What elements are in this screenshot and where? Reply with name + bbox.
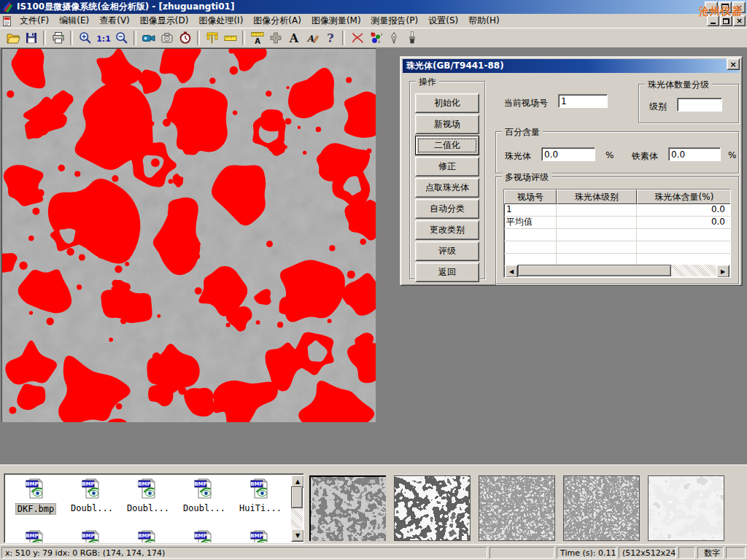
menu-item-1[interactable]: 文件(F)	[15, 13, 54, 28]
grid-cross-button[interactable]	[266, 29, 285, 47]
table-column-header[interactable]: 珠光体级别	[557, 190, 637, 204]
file-item-partial[interactable]: BMP	[177, 529, 231, 543]
current-field-input[interactable]	[558, 94, 608, 108]
zoom-out-button[interactable]	[112, 29, 131, 47]
zoom-in-icon	[78, 31, 93, 45]
file-item[interactable]: BMPHuiTi...	[233, 478, 287, 513]
scrollbar-thumb[interactable]	[291, 486, 303, 508]
menu-item-2[interactable]: 编辑(E)	[54, 13, 94, 28]
svg-text:BMP: BMP	[26, 481, 38, 487]
menu-item-6[interactable]: 图像分析(A)	[248, 13, 306, 28]
toolbar-separator	[70, 31, 73, 45]
menu-item-8[interactable]: 测量报告(P)	[366, 13, 424, 28]
file-item-selected[interactable]: BMPDKF.bmp	[9, 478, 63, 515]
grade-level-input[interactable]	[677, 98, 722, 112]
scroll-right-button[interactable]: ▶	[716, 265, 729, 278]
document-icon	[1, 15, 13, 27]
ruler-button[interactable]	[221, 29, 239, 47]
camera-button[interactable]	[158, 29, 176, 47]
file-name: Doubl...	[69, 503, 115, 513]
curve-tool-button[interactable]	[348, 29, 366, 47]
table-row[interactable]: 10.0	[504, 204, 730, 217]
text-edit-button[interactable]: A	[303, 29, 321, 47]
dialog-button-3[interactable]: 二值化	[415, 136, 479, 155]
menu-item-4[interactable]: 图像显示(D)	[135, 13, 194, 28]
scrollbar-track[interactable]	[518, 265, 716, 276]
timer-icon	[178, 31, 193, 45]
dialog-button-5[interactable]: 点取珠光体	[415, 178, 479, 198]
measure-text-button[interactable]: A	[248, 29, 266, 47]
table-cell	[557, 241, 637, 253]
file-browser-scrollbar[interactable]: ▲ ▼	[291, 475, 303, 542]
one-to-one-button[interactable]: 1:1	[94, 29, 112, 47]
table-cell	[637, 241, 731, 253]
open-file-button[interactable]	[4, 29, 22, 47]
scrollbar-thumb[interactable]	[518, 265, 671, 276]
file-item-partial[interactable]: BMP	[121, 529, 175, 543]
micrograph-thumbnail-2[interactable]	[394, 475, 471, 541]
dialog-button-6[interactable]: 自动分类	[415, 199, 479, 219]
table-cell	[504, 254, 557, 265]
classify-balls-button[interactable]: 123	[366, 29, 384, 47]
dialog-button-9[interactable]: 返回	[415, 262, 479, 282]
caliper-button[interactable]	[203, 29, 221, 47]
video-camera-button[interactable]	[139, 29, 158, 47]
table-row[interactable]: 平均值0.0	[504, 217, 730, 229]
dialog-close-button[interactable]: ×	[727, 58, 740, 70]
dialog-title: 珠光体(GB/T9441-88)	[406, 60, 504, 72]
dialog-button-7[interactable]: 更改类别	[415, 220, 479, 240]
save-icon	[24, 31, 39, 45]
bmp-file-icon: BMP	[81, 529, 103, 543]
svg-text:2: 2	[380, 33, 382, 36]
file-item-partial[interactable]: BMP	[65, 529, 119, 543]
menu-items: 文件(F)编辑(E)查看(V)图像显示(D)图像处理(I)图像分析(A)图像测量…	[15, 13, 505, 28]
menu-item-3[interactable]: 查看(V)	[94, 13, 135, 28]
file-item-partial[interactable]: BMP	[9, 529, 63, 543]
dialog-button-1[interactable]: 初始化	[415, 93, 479, 113]
scroll-down-button[interactable]: ▼	[291, 529, 304, 542]
menu-item-10[interactable]: 帮助(H)	[463, 13, 504, 28]
brush-tool-button[interactable]	[403, 29, 421, 47]
svg-text:BMP: BMP	[138, 481, 150, 487]
save-button[interactable]	[22, 29, 40, 47]
micrograph-thumbnail-5[interactable]	[648, 475, 724, 541]
menu-item-9[interactable]: 设置(S)	[423, 13, 463, 28]
timer-button[interactable]	[176, 29, 194, 47]
pen-tool-button[interactable]	[384, 29, 403, 47]
micrograph-thumbnail-1[interactable]	[309, 475, 386, 541]
micrograph-thumbnail-3[interactable]	[479, 475, 555, 541]
micrograph-thumbnail-4[interactable]	[563, 475, 640, 541]
scroll-left-button[interactable]: ◀	[505, 265, 518, 278]
help-button[interactable]: ?	[321, 29, 339, 47]
table-cell	[557, 229, 637, 241]
table-row[interactable]	[504, 229, 730, 241]
table-column-header[interactable]: 视场号	[504, 190, 557, 204]
menu-item-7[interactable]: 图像测量(M)	[306, 13, 366, 28]
micrograph-image[interactable]	[1, 48, 376, 422]
print-button[interactable]	[49, 29, 67, 47]
file-item[interactable]: BMPDoubl...	[177, 478, 231, 513]
file-name: HuiTi...	[238, 503, 283, 513]
dialog-button-4[interactable]: 修正	[415, 157, 479, 176]
menu-item-5[interactable]: 图像处理(I)	[193, 13, 248, 28]
toolbar-separator	[133, 31, 136, 45]
zoom-in-button[interactable]	[76, 29, 94, 47]
dialog-title-bar[interactable]: 珠光体(GB/T9441-88)	[403, 59, 740, 73]
table-row[interactable]	[504, 241, 730, 254]
ferrite-label: 铁素体	[632, 150, 658, 163]
table-column-header[interactable]: 珠光体含量(%)	[637, 190, 731, 204]
dialog-button-2[interactable]: 新视场	[415, 114, 479, 134]
grid-cross-icon	[268, 31, 283, 45]
file-item[interactable]: BMPDoubl...	[121, 478, 175, 513]
text-label-button[interactable]: A	[285, 29, 303, 47]
ferrite-percent-input[interactable]	[668, 147, 721, 161]
table-horizontal-scrollbar[interactable]: ◀ ▶	[505, 265, 729, 276]
multifield-table[interactable]: 视场号珠光体级别珠光体含量(%)铁素体含量(%) 10.0平均值0.0 ◀ ▶	[503, 189, 731, 278]
file-item[interactable]: BMPDoubl...	[65, 478, 119, 513]
file-item-partial[interactable]: BMP	[233, 529, 287, 543]
dialog-button-8[interactable]: 评级	[415, 241, 479, 261]
toolbar-separator	[242, 31, 245, 45]
pearlite-percent-input[interactable]	[541, 147, 595, 161]
operation-group: 操作 初始化新视场二值化修正点取珠光体自动分类更改类别评级返回	[409, 81, 485, 279]
svg-text:BMP: BMP	[26, 533, 38, 539]
